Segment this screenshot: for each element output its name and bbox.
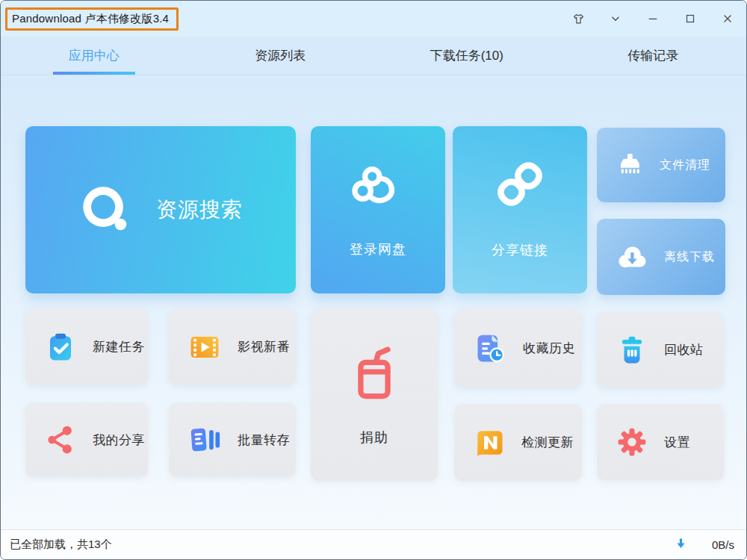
- tab-label: 资源列表: [255, 47, 306, 64]
- tab-app-center[interactable]: 应用中心: [1, 37, 187, 75]
- clipboard-check-icon: [45, 332, 76, 363]
- tile-share-link[interactable]: 分享链接: [453, 126, 587, 293]
- tile-recycle-bin[interactable]: 回收站: [597, 312, 724, 388]
- tile-movies[interactable]: 影视新番: [169, 308, 296, 385]
- chevron-down-icon: [609, 12, 622, 25]
- tile-label: 文件清理: [660, 158, 710, 173]
- tab-label: 应用中心: [69, 47, 120, 64]
- tile-label: 新建任务: [93, 338, 145, 355]
- download-arrow-icon: [675, 538, 686, 552]
- tile-label: 收藏历史: [523, 340, 575, 357]
- tile-label: 检测更新: [521, 434, 574, 451]
- share-nodes-icon: [45, 424, 76, 455]
- gear-icon: [616, 426, 648, 458]
- minimize-button[interactable]: [634, 1, 672, 37]
- tile-label: 资源搜索: [156, 196, 243, 224]
- status-bar: 已全部加载，共13个 0B/s: [1, 529, 746, 559]
- maximize-button[interactable]: [672, 1, 709, 37]
- app-window: Pandownload 卢本伟修改版3.4: [0, 0, 747, 560]
- tile-file-clean[interactable]: 文件清理: [597, 128, 725, 202]
- title-annotation-box: Pandownload 卢本伟修改版3.4: [5, 7, 179, 31]
- tile-resource-search[interactable]: 资源搜索: [25, 126, 296, 293]
- window-title: Pandownload 卢本伟修改版3.4: [12, 12, 169, 25]
- close-button[interactable]: [709, 1, 746, 37]
- search-ring-icon: [78, 182, 134, 237]
- tile-label: 捐助: [360, 429, 388, 447]
- document-clock-icon: [474, 332, 506, 365]
- tab-download-tasks[interactable]: 下载任务(10): [374, 37, 560, 75]
- tile-label: 影视新番: [238, 338, 290, 355]
- tab-resource-list[interactable]: 资源列表: [187, 37, 374, 75]
- minimize-icon: [646, 12, 660, 25]
- status-loaded-text: 已全部加载，共13个: [10, 538, 112, 552]
- tile-login-pan[interactable]: 登录网盘: [311, 126, 445, 293]
- tile-label: 分享链接: [492, 241, 548, 259]
- trash-icon: [616, 335, 648, 366]
- tile-label: 我的分享: [93, 432, 145, 449]
- tab-transfer-history[interactable]: 传输记录: [560, 37, 747, 75]
- tile-label: 回收站: [664, 341, 704, 358]
- menu-button[interactable]: [597, 1, 634, 37]
- drink-cup-icon: [349, 343, 400, 400]
- tile-batch-save[interactable]: 批量转存: [169, 402, 296, 477]
- tile-donate[interactable]: 捐助: [311, 309, 438, 481]
- close-icon: [721, 12, 734, 25]
- status-speed-group: 0B/s: [675, 538, 737, 552]
- tile-new-task[interactable]: 新建任务: [25, 308, 148, 385]
- app-center-grid: 资源搜索 登录网盘 分享链接: [1, 75, 746, 529]
- window-controls: [560, 1, 746, 37]
- title-bar: Pandownload 卢本伟修改版3.4: [1, 1, 746, 37]
- download-speed: 0B/s: [712, 538, 734, 551]
- tab-bar: 应用中心 资源列表 下载任务(10) 传输记录: [1, 37, 746, 75]
- film-play-icon: [188, 332, 221, 363]
- link-icon: [496, 161, 544, 208]
- tile-label: 离线下载: [664, 249, 715, 265]
- tile-label: 批量转存: [238, 432, 290, 449]
- tile-label: 设置: [664, 434, 690, 451]
- tile-my-share[interactable]: 我的分享: [25, 402, 148, 477]
- tile-check-update[interactable]: 检测更新: [454, 404, 582, 481]
- batch-list-icon: [188, 424, 221, 455]
- tile-settings[interactable]: 设置: [597, 404, 724, 480]
- tile-offline-download[interactable]: 离线下载: [597, 219, 725, 295]
- cloud-download-icon: [616, 243, 648, 270]
- n-badge-icon: [474, 427, 505, 458]
- baidu-cloud-icon: [349, 161, 407, 208]
- active-tab-underline: [53, 72, 135, 75]
- tile-label: 登录网盘: [350, 240, 406, 258]
- tab-label: 下载任务(10): [430, 47, 503, 64]
- tile-favorites-history[interactable]: 收藏历史: [454, 309, 582, 388]
- tab-label: 传输记录: [627, 47, 678, 64]
- maximize-icon: [684, 12, 697, 25]
- shirt-icon: [571, 12, 586, 26]
- brush-icon: [616, 152, 643, 178]
- skin-button[interactable]: [560, 1, 597, 37]
